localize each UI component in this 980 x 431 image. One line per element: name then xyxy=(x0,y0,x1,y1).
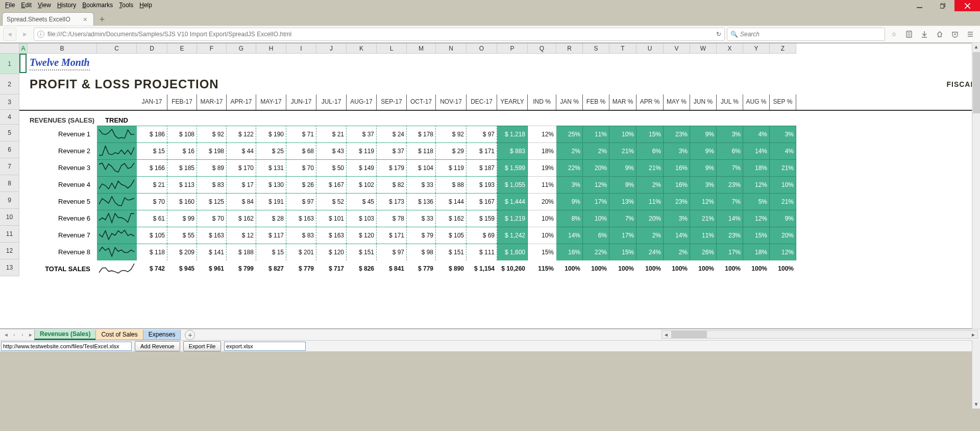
row-header-1[interactable]: 1 xyxy=(0,54,19,74)
pct-cell[interactable]: 9% xyxy=(770,210,796,227)
pct-cell[interactable]: 21% xyxy=(770,159,796,176)
data-cell[interactable]: $ 88 xyxy=(436,176,467,193)
pct-cell[interactable]: 7% xyxy=(717,159,743,176)
pct-cell[interactable]: 21% xyxy=(690,210,717,227)
data-cell[interactable]: $ 37 xyxy=(377,142,407,159)
pct-cell[interactable]: 23% xyxy=(717,176,743,193)
data-cell[interactable]: $ 130 xyxy=(256,176,286,193)
pct-cell[interactable]: 2% xyxy=(636,176,664,193)
pct-cell[interactable]: 20% xyxy=(583,159,609,176)
data-cell[interactable]: $ 79 xyxy=(407,227,436,244)
totals-cell[interactable]: $ 779 xyxy=(407,260,436,277)
data-cell[interactable]: $ 149 xyxy=(347,159,377,176)
data-cell[interactable]: $ 170 xyxy=(227,159,256,176)
data-cell[interactable]: $ 117 xyxy=(256,227,286,244)
pct-cell[interactable]: 21% xyxy=(609,142,636,159)
pct-cell[interactable]: 20% xyxy=(770,227,796,244)
data-cell[interactable]: $ 190 xyxy=(256,126,286,142)
window-close-button[interactable] xyxy=(954,0,980,11)
col-header-B[interactable]: B xyxy=(28,43,97,54)
pct-cell[interactable]: 22% xyxy=(583,244,609,260)
select-all-corner[interactable] xyxy=(0,43,19,54)
data-cell[interactable]: $ 167 xyxy=(316,176,347,193)
pct-cell[interactable]: 21% xyxy=(636,159,664,176)
pct-cell[interactable]: 12% xyxy=(743,210,770,227)
pct-cell[interactable]: 15% xyxy=(609,244,636,260)
pct-cell[interactable]: 3% xyxy=(770,126,796,142)
col-header-O[interactable]: O xyxy=(467,43,497,54)
data-cell[interactable]: $ 29 xyxy=(436,142,467,159)
yearly-cell[interactable]: $ 1,219 xyxy=(497,210,528,227)
data-cell[interactable]: $ 26 xyxy=(286,176,316,193)
pct-cell[interactable]: 13% xyxy=(609,193,636,210)
pct-cell[interactable]: 4% xyxy=(770,142,796,159)
data-cell[interactable]: $ 83 xyxy=(197,176,227,193)
col-header-V[interactable]: V xyxy=(664,43,690,54)
sheet-nav-first[interactable]: ◄ xyxy=(2,332,10,338)
totals-cell[interactable]: $ 742 xyxy=(137,260,167,277)
data-cell[interactable]: $ 98 xyxy=(407,244,436,260)
menu-view[interactable]: View xyxy=(35,1,54,10)
totals-pct[interactable]: 100% xyxy=(636,260,664,277)
yearly-cell[interactable]: $ 1,600 xyxy=(497,244,528,260)
pct-cell[interactable]: 17% xyxy=(717,244,743,260)
home-icon[interactable] xyxy=(933,28,946,41)
data-cell[interactable]: $ 171 xyxy=(377,227,407,244)
data-cell[interactable]: $ 97 xyxy=(467,126,497,142)
add-sheet-button[interactable]: + xyxy=(185,330,195,340)
pct-cell[interactable]: 16% xyxy=(556,244,583,260)
data-cell[interactable]: $ 159 xyxy=(467,210,497,227)
row-header-11[interactable]: 11 xyxy=(0,226,19,243)
data-cell[interactable]: $ 144 xyxy=(436,193,467,210)
col-header-C[interactable]: C xyxy=(97,43,137,54)
pct-cell[interactable]: 20% xyxy=(636,210,664,227)
data-cell[interactable]: $ 99 xyxy=(167,210,197,227)
pct-cell[interactable]: 23% xyxy=(717,227,743,244)
browser-tab[interactable]: Spread.Sheets ExcelIO × xyxy=(2,12,94,26)
bookmark-star-icon[interactable]: ☆ xyxy=(887,28,900,41)
data-cell[interactable]: $ 21 xyxy=(137,176,167,193)
pct-cell[interactable]: 2% xyxy=(664,244,690,260)
data-cell[interactable]: $ 55 xyxy=(167,227,197,244)
pct-cell[interactable]: 3% xyxy=(690,176,717,193)
downloads-icon[interactable] xyxy=(918,28,931,41)
totals-cell[interactable]: $ 779 xyxy=(286,260,316,277)
col-header-S[interactable]: S xyxy=(583,43,609,54)
export-filename-input[interactable] xyxy=(224,342,306,351)
row-header-4[interactable]: 4 xyxy=(0,110,19,125)
col-header-G[interactable]: G xyxy=(227,43,256,54)
totals-cell[interactable]: $ 890 xyxy=(436,260,467,277)
pct-cell[interactable]: 4% xyxy=(743,126,770,142)
row-header-6[interactable]: 6 xyxy=(0,141,19,158)
totals-cell[interactable]: $ 799 xyxy=(227,260,256,277)
totals-pct[interactable]: 100% xyxy=(583,260,609,277)
pct-cell[interactable]: 11% xyxy=(690,227,717,244)
ind-cell[interactable]: 20% xyxy=(528,193,556,210)
col-header-T[interactable]: T xyxy=(609,43,636,54)
data-cell[interactable]: $ 198 xyxy=(197,142,227,159)
menu-tools[interactable]: Tools xyxy=(116,1,136,10)
menu-bookmarks[interactable]: Bookmarks xyxy=(79,1,116,10)
pct-cell[interactable]: 9% xyxy=(690,126,717,142)
data-cell[interactable]: $ 12 xyxy=(227,227,256,244)
pct-cell[interactable]: 7% xyxy=(609,210,636,227)
pct-cell[interactable]: 6% xyxy=(717,142,743,159)
data-cell[interactable]: $ 71 xyxy=(286,126,316,142)
pct-cell[interactable]: 21% xyxy=(770,193,796,210)
row-header-2[interactable]: 2 xyxy=(0,74,19,94)
back-button[interactable]: ◄ xyxy=(3,28,16,41)
cells-area[interactable]: Twelve MonthPROFIT & LOSS PROJECTIONFISC… xyxy=(19,54,980,328)
row-header-3[interactable]: 3 xyxy=(0,94,19,110)
pct-cell[interactable]: 2% xyxy=(556,142,583,159)
data-cell[interactable]: $ 84 xyxy=(227,193,256,210)
data-cell[interactable]: $ 191 xyxy=(256,193,286,210)
pct-cell[interactable]: 18% xyxy=(743,244,770,260)
pct-cell[interactable]: 15% xyxy=(743,227,770,244)
pct-cell[interactable]: 3% xyxy=(664,210,690,227)
pct-cell[interactable]: 18% xyxy=(743,159,770,176)
pocket-icon[interactable] xyxy=(948,28,962,41)
data-cell[interactable]: $ 83 xyxy=(286,227,316,244)
search-input[interactable] xyxy=(740,31,881,38)
data-cell[interactable]: $ 136 xyxy=(407,193,436,210)
data-cell[interactable]: $ 113 xyxy=(167,176,197,193)
